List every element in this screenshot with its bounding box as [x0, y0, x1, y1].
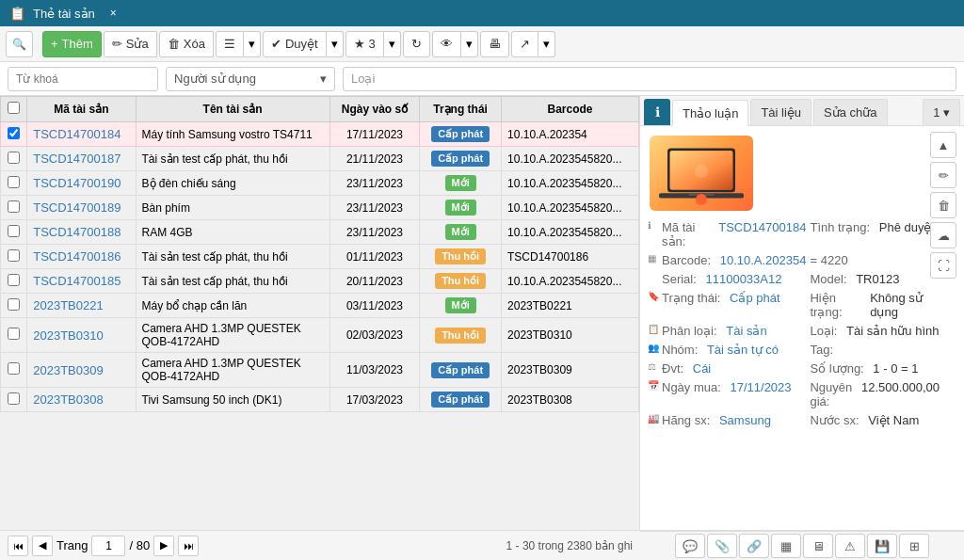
row-ngay: 17/03/2023 — [329, 388, 420, 412]
row-checkbox[interactable] — [8, 298, 20, 311]
star-dropdown-arrow[interactable]: ▾ — [384, 31, 401, 57]
asset-link[interactable]: 2023TB0308 — [33, 392, 103, 407]
grid-icon[interactable]: ▦ — [771, 534, 801, 558]
table-row[interactable]: TSCD14700184 Máy tính Samsung vostro TS4… — [1, 122, 639, 147]
page-label: Trang — [56, 538, 88, 552]
row-checkbox-cell[interactable] — [1, 220, 27, 245]
row-checkbox-cell[interactable] — [1, 122, 27, 147]
share-icon: ↗ — [520, 37, 530, 51]
table-icon[interactable]: ⊞ — [899, 534, 929, 558]
row-checkbox-cell[interactable] — [1, 353, 27, 388]
edit-button[interactable]: ✏ Sửa — [104, 31, 157, 57]
detail-label: Tình trạng: — [810, 220, 870, 234]
row-checkbox-cell[interactable] — [1, 171, 27, 196]
link-icon[interactable]: 🔗 — [739, 534, 769, 558]
menu-dropdown-arrow[interactable]: ▾ — [244, 31, 261, 57]
row-checkbox-cell[interactable] — [1, 294, 27, 318]
attachment-icon[interactable]: 📎 — [707, 534, 737, 558]
table-row[interactable]: TSCD14700186 Tài sản test cấp phát, thu … — [1, 245, 639, 269]
next-page-btn[interactable]: ▶ — [153, 536, 174, 556]
table-row[interactable]: TSCD14700189 Bàn phím 23/11/2023 Mới 10.… — [1, 196, 639, 220]
row-checkbox-cell[interactable] — [1, 318, 27, 353]
add-button[interactable]: + Thêm — [42, 31, 102, 57]
eye-button[interactable]: 👁 — [432, 31, 461, 57]
print-button[interactable]: 🖶 — [480, 31, 509, 57]
first-page-btn[interactable]: ⏮ — [8, 536, 28, 556]
asset-link[interactable]: TSCD14700185 — [33, 274, 120, 288]
approve-dropdown-arrow[interactable]: ▾ — [327, 31, 344, 57]
delete-button[interactable]: 🗑 Xóa — [159, 31, 214, 57]
right-bottom: 💬📎🔗▦🖥⚠💾⊞ — [640, 531, 964, 561]
asset-table: Mã tài sản Tên tài sản Ngày vào số Trạng… — [0, 96, 639, 412]
table-row[interactable]: TSCD14700188 RAM 4GB 23/11/2023 Mới 10.1… — [1, 220, 639, 245]
asset-link[interactable]: 2023TB0309 — [33, 363, 103, 377]
table-row[interactable]: 2023TB0310 Camera AHD 1.3MP QUESTEK QOB-… — [1, 318, 639, 353]
menu-button[interactable]: ☰ — [216, 31, 244, 57]
upload-icon-btn[interactable]: ☁ — [930, 222, 956, 248]
delete-icon-btn[interactable]: 🗑 — [930, 192, 956, 218]
row-checkbox-cell[interactable] — [1, 269, 27, 294]
binoculars-button[interactable]: 🔍 — [6, 31, 33, 57]
row-checkbox[interactable] — [8, 152, 20, 164]
tab-sua-chua[interactable]: Sửa chữa — [813, 99, 887, 125]
row-checkbox-cell[interactable] — [1, 388, 27, 412]
asset-link[interactable]: TSCD14700190 — [33, 176, 120, 190]
comment-icon[interactable]: 💬 — [675, 534, 705, 558]
prev-page-btn[interactable]: ◀ — [32, 536, 53, 556]
approve-button[interactable]: ✔ Duyệt — [263, 31, 327, 57]
page-input[interactable] — [91, 536, 125, 556]
table-row[interactable]: 2023TB0221 Máy bổ chạp cần lăn 03/11/202… — [1, 294, 639, 318]
table-row[interactable]: TSCD14700185 Tài sản test cấp phát, thu … — [1, 269, 639, 294]
header-checkbox[interactable] — [1, 97, 27, 122]
info-tab[interactable]: ℹ — [644, 99, 670, 125]
tab-tai-lieu[interactable]: Tài liệu — [750, 99, 811, 125]
asset-link[interactable]: TSCD14700186 — [33, 249, 120, 264]
asset-link[interactable]: TSCD14700187 — [33, 152, 120, 166]
row-checkbox-cell[interactable] — [1, 196, 27, 220]
warning-icon[interactable]: ⚠ — [835, 534, 865, 558]
row-checkbox[interactable] — [8, 225, 20, 237]
monitor-icon[interactable]: 🖥 — [803, 534, 833, 558]
refresh-button[interactable]: ↻ — [403, 31, 430, 57]
row-checkbox[interactable] — [8, 176, 20, 188]
asset-link[interactable]: TSCD14700184 — [33, 127, 120, 141]
keyword-input[interactable] — [8, 67, 158, 91]
user-filter-select[interactable]: Người sử dụng ▾ — [166, 67, 335, 91]
tab-more[interactable]: 1 ▾ — [923, 99, 960, 125]
table-row[interactable]: TSCD14700190 Bộ đèn chiếu sáng 23/11/202… — [1, 171, 639, 196]
share-dropdown-arrow[interactable]: ▾ — [538, 31, 555, 57]
asset-link[interactable]: 2023TB0310 — [33, 328, 103, 343]
share-button[interactable]: ↗ — [511, 31, 538, 57]
row-checkbox[interactable] — [8, 127, 20, 139]
row-checkbox[interactable] — [8, 362, 20, 375]
row-checkbox[interactable] — [8, 392, 20, 405]
asset-link[interactable]: TSCD14700188 — [33, 225, 120, 239]
fullscreen-icon-btn[interactable]: ⛶ — [930, 252, 956, 279]
select-all-checkbox[interactable] — [8, 102, 20, 114]
edit-icon-btn[interactable]: ✏ — [930, 162, 956, 188]
eye-dropdown-arrow[interactable]: ▾ — [461, 31, 478, 57]
row-checkbox-cell[interactable] — [1, 147, 27, 171]
type-filter-select[interactable]: Loại — [343, 67, 956, 91]
table-row[interactable]: 2023TB0308 Tivi Samsung 50 inch (DK1) 17… — [1, 388, 639, 412]
row-checkbox[interactable] — [8, 328, 20, 340]
row-checkbox[interactable] — [8, 200, 20, 213]
row-ma: TSCD14700186 — [27, 245, 136, 269]
status-badge: Mới — [445, 200, 476, 216]
asset-link[interactable]: 2023TB0221 — [33, 298, 103, 312]
table-row[interactable]: TSCD14700187 Tài sản test cấp phát, thu … — [1, 147, 639, 171]
table-row[interactable]: 2023TB0309 Camera AHD 1.3MP QUESTEK QOB-… — [1, 353, 639, 388]
scroll-up-btn[interactable]: ▲ — [930, 132, 956, 158]
row-trang-thai: Mới — [420, 294, 502, 318]
save-icon[interactable]: 💾 — [867, 534, 897, 558]
table-wrapper[interactable]: Mã tài sản Tên tài sản Ngày vào số Trạng… — [0, 96, 639, 530]
row-checkbox-cell[interactable] — [1, 245, 27, 269]
last-page-btn[interactable]: ⏭ — [178, 536, 199, 556]
row-ngay: 23/11/2023 — [329, 171, 420, 196]
row-checkbox[interactable] — [8, 249, 20, 262]
row-checkbox[interactable] — [8, 274, 20, 286]
asset-link[interactable]: TSCD14700189 — [33, 200, 120, 215]
close-button[interactable]: × — [106, 7, 120, 20]
star-button[interactable]: ★ 3 — [345, 31, 384, 57]
tab-thao-luan[interactable]: Thảo luận — [672, 100, 748, 126]
